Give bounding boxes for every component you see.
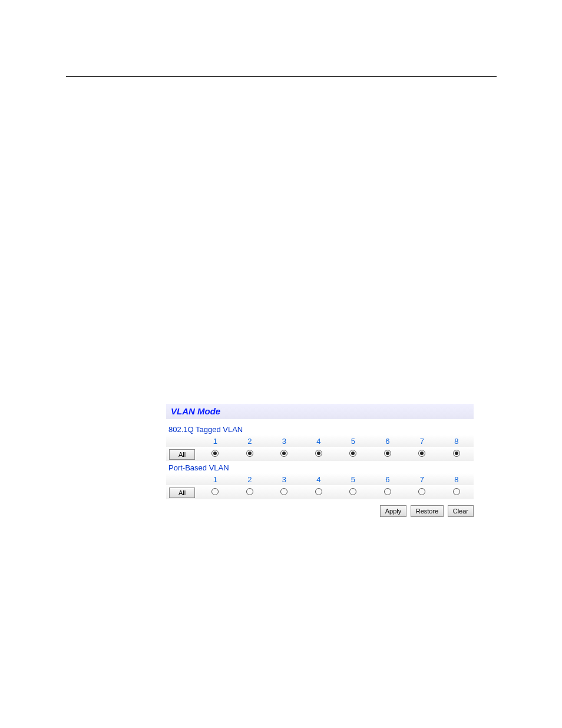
tagged-port-radio[interactable] (453, 450, 460, 457)
tagged-port-header: 5 (336, 435, 371, 447)
portbased-vlan-section: Port-Based VLAN 1 2 3 4 5 6 7 8 All (166, 461, 474, 499)
tagged-vlan-label: 802.1Q Tagged VLAN (166, 424, 474, 435)
vlan-mode-panel: VLAN Mode 802.1Q Tagged VLAN 1 2 3 4 5 6… (166, 404, 474, 517)
portbased-port-radio[interactable] (315, 488, 322, 495)
horizontal-rule (66, 76, 497, 77)
tagged-port-header: 8 (439, 435, 474, 447)
tagged-port-radio[interactable] (315, 450, 322, 457)
tagged-port-radio[interactable] (280, 450, 287, 457)
portbased-port-radio[interactable] (384, 488, 391, 495)
tagged-port-header: 4 (302, 435, 336, 447)
tagged-radio-row: All (166, 447, 474, 461)
tagged-header-blank (166, 435, 198, 447)
tagged-all-button[interactable]: All (169, 449, 195, 460)
portbased-port-radio[interactable] (280, 488, 287, 495)
portbased-all-button[interactable]: All (169, 487, 195, 498)
portbased-radio-row: All (166, 485, 474, 499)
tagged-vlan-section: 802.1Q Tagged VLAN 1 2 3 4 5 6 7 8 All (166, 419, 474, 461)
portbased-port-header: 3 (267, 473, 302, 485)
portbased-port-header: 5 (336, 473, 371, 485)
clear-button[interactable]: Clear (448, 505, 474, 517)
portbased-header-row: 1 2 3 4 5 6 7 8 (166, 473, 474, 485)
panel-title: VLAN Mode (171, 406, 220, 416)
portbased-port-radio[interactable] (349, 488, 356, 495)
restore-button[interactable]: Restore (411, 505, 444, 517)
portbased-port-radio[interactable] (246, 488, 253, 495)
tagged-port-header: 6 (371, 435, 405, 447)
portbased-port-radio[interactable] (211, 488, 219, 495)
tagged-port-radio[interactable] (349, 450, 356, 457)
apply-button[interactable]: Apply (380, 505, 407, 517)
tagged-header-row: 1 2 3 4 5 6 7 8 (166, 435, 474, 447)
action-button-row: Apply Restore Clear (166, 499, 474, 517)
panel-title-bar: VLAN Mode (166, 404, 474, 419)
portbased-port-header: 7 (405, 473, 439, 485)
portbased-port-radio[interactable] (418, 488, 425, 495)
tagged-port-radio[interactable] (246, 450, 253, 457)
portbased-port-header: 8 (439, 473, 474, 485)
tagged-port-header: 7 (405, 435, 439, 447)
portbased-port-header: 6 (371, 473, 405, 485)
portbased-header-blank (166, 473, 198, 485)
portbased-port-header: 4 (302, 473, 336, 485)
portbased-port-header: 2 (233, 473, 267, 485)
tagged-port-header: 2 (233, 435, 267, 447)
portbased-port-header: 1 (198, 473, 233, 485)
tagged-port-radio[interactable] (384, 450, 391, 457)
portbased-vlan-label: Port-Based VLAN (166, 462, 474, 473)
portbased-port-radio[interactable] (453, 488, 460, 495)
tagged-port-radio[interactable] (418, 450, 425, 457)
tagged-port-header: 1 (198, 435, 233, 447)
tagged-port-radio[interactable] (211, 450, 219, 457)
tagged-port-header: 3 (267, 435, 302, 447)
